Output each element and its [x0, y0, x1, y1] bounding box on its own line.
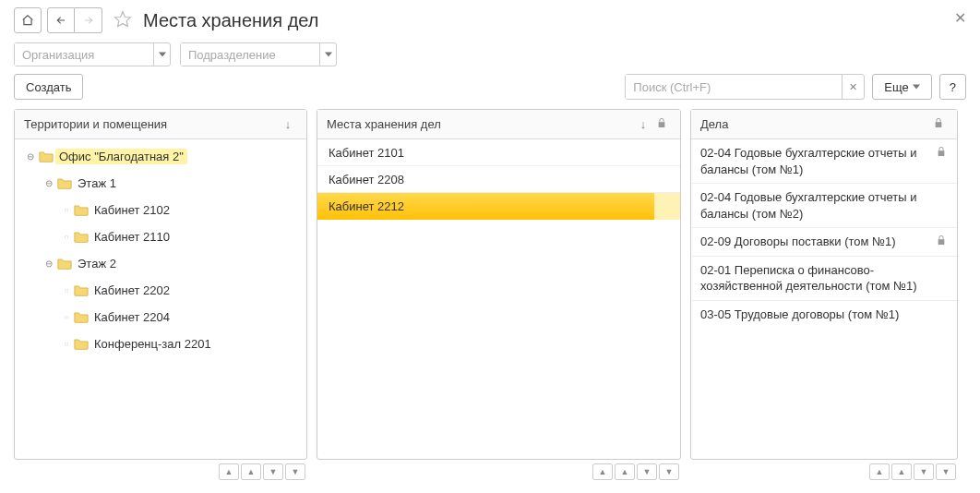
list-item-label: 02-04 Годовые бухгалтерские отчеты и бал… [700, 189, 929, 222]
arrow-left-icon [54, 15, 67, 26]
up-icon: ▲ [898, 467, 906, 476]
scroll-down-button[interactable]: ▼ [914, 463, 934, 480]
tree-item-label: Кабинет 2110 [94, 230, 170, 244]
close-button[interactable]: ✕ [954, 9, 966, 27]
lock-column [652, 117, 671, 131]
territories-panel: Территории и помещения ↓ ⊖Офис "Благодат… [14, 109, 307, 460]
list-item-label: Кабинет 2101 [329, 146, 643, 160]
list-item[interactable]: Кабинет 2208 [317, 166, 680, 193]
tree-item[interactable]: ○Кабинет 2110 [15, 223, 306, 250]
more-button[interactable]: Еще [872, 74, 931, 100]
list-item[interactable]: 02-04 Годовые бухгалтерские отчеты и бал… [691, 139, 957, 184]
list-item[interactable]: 02-04 Годовые бухгалтерские отчеты и бал… [691, 184, 957, 228]
folder-icon [72, 284, 90, 296]
department-dropdown-button[interactable] [319, 43, 336, 66]
folder-icon [72, 231, 90, 243]
folder-icon [72, 311, 90, 323]
tree-item[interactable]: ○Кабинет 2204 [15, 304, 306, 331]
tree-item-label: Офис "Благодатная 2" [59, 150, 184, 163]
search-clear-button[interactable]: ✕ [842, 75, 864, 99]
expand-toggle[interactable]: ⊖ [24, 151, 37, 162]
bullet-icon: ○ [61, 206, 72, 214]
tree-item[interactable]: ⊖Этаж 1 [15, 170, 306, 197]
list-item-lock [935, 145, 948, 160]
list-item-lock [935, 189, 948, 190]
double-down-icon: ▼ [942, 467, 950, 476]
tree-item[interactable]: ○Кабинет 2202 [15, 277, 306, 304]
scroll-up-button[interactable]: ▲ [891, 463, 912, 480]
back-button[interactable] [47, 7, 75, 33]
list-item-label: Кабинет 2208 [329, 173, 643, 186]
list-item[interactable]: Кабинет 2101 [317, 139, 680, 166]
home-icon [21, 14, 34, 27]
double-down-icon: ▼ [665, 467, 674, 476]
scroll-top-button[interactable]: ▲ [592, 463, 613, 480]
bullet-icon: ○ [61, 340, 72, 348]
folder-icon [72, 204, 90, 216]
department-combo[interactable] [180, 42, 337, 66]
expand-toggle[interactable]: ⊖ [42, 259, 55, 269]
create-button[interactable]: Создать [14, 74, 83, 100]
close-icon: ✕ [954, 10, 966, 26]
star-icon [114, 10, 132, 29]
scroll-bottom-button[interactable]: ▼ [285, 463, 305, 480]
list-item[interactable]: Кабинет 2212 [317, 193, 680, 220]
organization-dropdown-button[interactable] [153, 43, 170, 66]
bullet-icon: ○ [61, 313, 72, 321]
list-item[interactable]: 02-01 Переписка о финансово-хозяйственно… [691, 257, 957, 301]
tree-item[interactable]: ○Конференц-зал 2201 [15, 331, 306, 357]
sort-button[interactable]: ↓ [279, 117, 297, 131]
up-icon: ▲ [247, 467, 256, 476]
list-item-label: 02-01 Переписка о финансово-хозяйственно… [700, 262, 929, 295]
sort-button[interactable]: ↓ [634, 117, 652, 131]
tree-item[interactable]: ⊖Этаж 2 [15, 250, 306, 277]
list-item[interactable]: 02-09 Договоры поставки (том №1) [691, 228, 957, 257]
favorite-button[interactable] [114, 10, 132, 31]
page-title: Места хранения дел [143, 10, 318, 31]
list-item-lock [935, 307, 948, 307]
list-item-label: Кабинет 2212 [317, 193, 665, 220]
arrow-right-icon [82, 15, 95, 26]
search-box[interactable]: ✕ [625, 74, 865, 100]
territories-nav-arrows: ▲ ▲ ▼ ▼ [14, 460, 307, 480]
double-up-icon: ▲ [225, 467, 233, 476]
scroll-top-button[interactable]: ▲ [219, 463, 239, 480]
list-item-label: 03-05 Трудовые договоры (том №1) [700, 307, 929, 323]
bullet-icon: ○ [61, 286, 72, 295]
organization-input[interactable] [15, 43, 153, 66]
forward-button[interactable] [75, 7, 102, 33]
list-item-lock [935, 234, 948, 248]
scroll-up-button[interactable]: ▲ [615, 463, 635, 480]
tree-item[interactable]: ○Кабинет 2102 [15, 197, 306, 223]
help-button[interactable]: ? [939, 74, 966, 100]
tree-item-label: Этаж 2 [78, 257, 116, 271]
scroll-up-button[interactable]: ▲ [241, 463, 261, 480]
list-item-lock [935, 262, 948, 263]
chevron-down-icon [913, 84, 920, 90]
search-input[interactable] [626, 75, 842, 99]
clear-icon: ✕ [849, 81, 857, 93]
list-item-label: 02-04 Годовые бухгалтерские отчеты и бал… [700, 145, 929, 177]
department-input[interactable] [181, 43, 319, 66]
lock-icon [657, 117, 666, 128]
list-item[interactable]: 03-05 Трудовые договоры (том №1) [691, 301, 957, 329]
expand-toggle[interactable]: ⊖ [42, 178, 55, 188]
scroll-down-button[interactable]: ▼ [637, 463, 657, 480]
scroll-bottom-button[interactable]: ▼ [936, 463, 956, 480]
scroll-bottom-button[interactable]: ▼ [659, 463, 679, 480]
organization-combo[interactable] [14, 42, 171, 66]
tree-item-label: Конференц-зал 2201 [94, 337, 211, 351]
scroll-top-button[interactable]: ▲ [869, 463, 890, 480]
scroll-down-button[interactable]: ▼ [263, 463, 283, 480]
tree-item[interactable]: ⊖Офис "Благодатная 2" [15, 143, 306, 170]
chevron-down-icon [159, 52, 166, 57]
tree-item-label: Этаж 1 [78, 176, 116, 190]
territories-header: Территории и помещения [24, 117, 279, 131]
home-button[interactable] [14, 7, 42, 33]
svg-marker-0 [115, 11, 131, 26]
bullet-icon: ○ [61, 233, 72, 241]
down-icon: ▼ [920, 467, 928, 476]
storage-nav-arrows: ▲ ▲ ▼ ▼ [317, 460, 681, 480]
chevron-down-icon [325, 52, 332, 57]
tree-item-label: Кабинет 2102 [94, 203, 170, 217]
